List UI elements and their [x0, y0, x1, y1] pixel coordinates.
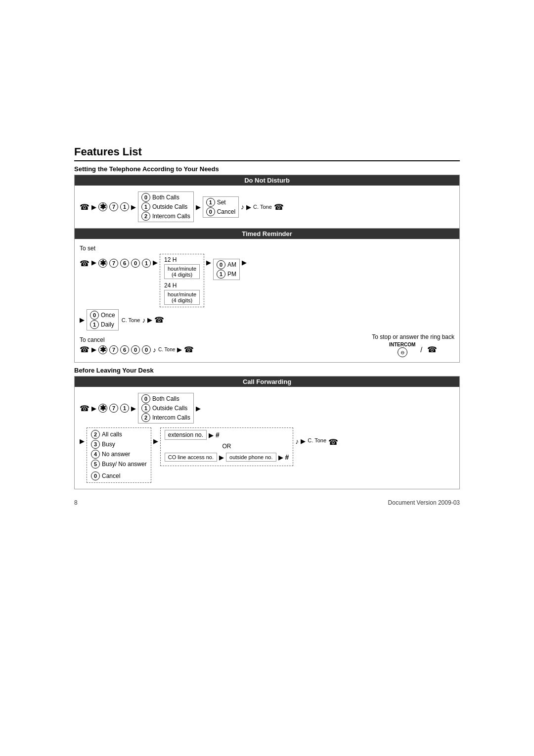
t-arrow3: ▶ [206, 259, 211, 266]
t-arrow2: ▶ [153, 259, 158, 266]
c-tone-t: C. Tone [122, 317, 140, 323]
cancel-cond-num: 0 [91, 472, 100, 480]
hm-digits1: (4 digits) [172, 272, 192, 278]
f-arr4: ▶ [80, 437, 85, 445]
fl2: Intercom Calls [152, 414, 190, 421]
fwd-block: Call Forwarding ☎ ▶ ✱ 7 1 ▶ 0 Both Calls… [74, 376, 460, 489]
co-arr: ▶ [219, 454, 224, 461]
note-t [142, 316, 145, 324]
timed-block: Timed Reminder To set ☎ ▶ ✱ 7 6 0 1 ▶ 12… [74, 229, 460, 363]
daily-num: 1 [90, 320, 99, 329]
handset-c2: ☎ [184, 345, 194, 354]
choice-num-1: 1 [141, 202, 150, 211]
once-num: 0 [90, 311, 99, 320]
note-c [153, 346, 156, 354]
stop-seq: INTERCOM ⊖ / ☎ [372, 342, 454, 357]
f-arr5: ▶ [153, 437, 158, 445]
t-arrow5: ▶ [80, 316, 85, 324]
arrow3: ▶ [196, 203, 201, 211]
main-page: Features List Setting the Telephone Acco… [74, 145, 460, 489]
out-arr: ▶ [278, 454, 283, 461]
cancel-row: 0 Cancel [206, 207, 235, 216]
co-label: CO line access no. [168, 454, 214, 460]
choice-label-1: Outside Calls [152, 203, 187, 210]
hm-row1: hour/minute (4 digits) [164, 264, 200, 279]
ext-box: extension no. [165, 430, 207, 440]
fwd-content: ☎ ▶ ✱ 7 1 ▶ 0 Both Calls 1 Outside Calls [75, 390, 459, 489]
co-box: CO line access no. [165, 453, 217, 462]
dnd-choice-0: 0 Both Calls [141, 193, 190, 202]
f-7: 7 [109, 404, 118, 413]
f-arr6: ▶ [301, 437, 306, 445]
cond-num-2: 4 [91, 450, 100, 459]
note-icon [241, 203, 244, 211]
f-arr3: ▶ [196, 405, 201, 412]
12h-label: 12 H [164, 256, 177, 263]
cancel-section: To cancel ☎ ▶ ✱ 7 6 0 0 C. Tone ▶ ☎ [80, 336, 194, 356]
to-set-label: To set [80, 245, 454, 252]
page-number: 8 [74, 499, 78, 506]
dnd-choice-1: 1 Outside Calls [141, 202, 190, 211]
dnd-choices: 0 Both Calls 1 Outside Calls 2 Intercom … [138, 191, 194, 222]
ext-row: extension no. ▶ # [165, 430, 289, 440]
set-num: 1 [206, 198, 215, 207]
cond-0: 2 All calls [91, 430, 147, 439]
arrow1: ▶ [91, 203, 96, 211]
cond-1: 3 Busy [91, 440, 147, 449]
fc1: 1 [141, 404, 150, 413]
handset-c: ☎ [80, 345, 89, 354]
c-6: 6 [120, 345, 129, 354]
timed-header: Timed Reminder [75, 229, 459, 239]
handset-t2: ☎ [154, 315, 164, 325]
t-6: 6 [120, 259, 129, 268]
key-1: 1 [120, 202, 129, 211]
cond-num-3: 5 [91, 460, 100, 469]
hm-row2: hour/minute (4 digits) [164, 290, 200, 305]
12h-row: 12 H [164, 256, 200, 263]
c-0b: 0 [131, 345, 140, 354]
daily-label: Daily [101, 321, 114, 328]
cancel-cond: 0 Cancel [91, 472, 147, 480]
cancel-cond-label: Cancel [102, 472, 120, 479]
once-label: Once [101, 312, 115, 319]
or-row: OR [165, 443, 289, 450]
daily-row: 1 Daily [90, 320, 115, 329]
hm-label1: hour/minute [168, 266, 196, 272]
pm-label: PM [227, 271, 236, 278]
f-arr2: ▶ [131, 405, 136, 412]
ext-co-box: extension no. ▶ # OR CO line access no. [160, 427, 294, 466]
intercom-group: INTERCOM ⊖ [389, 342, 415, 357]
am-num: 0 [217, 260, 225, 269]
c-arr2: ▶ [177, 346, 182, 353]
cond-label-3: Busy/ No answer [102, 461, 147, 468]
timed-content: To set ☎ ▶ ✱ 7 6 0 1 ▶ 12 H hour [75, 242, 459, 362]
arrow4: ▶ [246, 203, 251, 211]
fwd-c2: 2 Intercom Calls [141, 413, 190, 422]
key-7: 7 [109, 202, 118, 211]
c-0c: 0 [142, 345, 151, 354]
c-tone-label: C. Tone [253, 204, 272, 210]
fwd-conditions: 2 All calls 3 Busy 4 No answer 5 Busy/ N… [87, 427, 151, 483]
cancel-stop-row: To cancel ☎ ▶ ✱ 7 6 0 0 C. Tone ▶ ☎ [80, 333, 454, 359]
outside-label: outside phone no. [229, 454, 272, 460]
set-cancel-group: 1 Set 0 Cancel [203, 196, 239, 218]
stop-answer-section: To stop or answer the ring back INTERCOM… [372, 333, 454, 359]
handset-f: ☎ [80, 404, 89, 413]
outside-box: outside phone no. [226, 453, 276, 462]
f-1: 1 [120, 404, 129, 413]
hm-label2: hour/minute [168, 291, 196, 297]
hm-box1: hour/minute (4 digits) [164, 264, 200, 279]
fl1: Outside Calls [152, 405, 187, 412]
24h-label: 24 H [164, 282, 177, 289]
doc-version: Document Version 2009-03 [388, 499, 460, 506]
dnd-choice-2: 2 Intercom Calls [141, 212, 190, 221]
c-arr1: ▶ [91, 346, 96, 353]
before-leaving-header: Before Leaving Your Desk [74, 367, 460, 374]
hm-box2: hour/minute (4 digits) [164, 290, 200, 305]
pm-num: 1 [217, 270, 225, 279]
cond-2: 4 No answer [91, 450, 147, 459]
once-row: 0 Once [90, 311, 115, 320]
choice-label-2: Intercom Calls [152, 213, 190, 220]
cond-label-2: No answer [102, 451, 130, 458]
c-star: ✱ [98, 345, 107, 354]
